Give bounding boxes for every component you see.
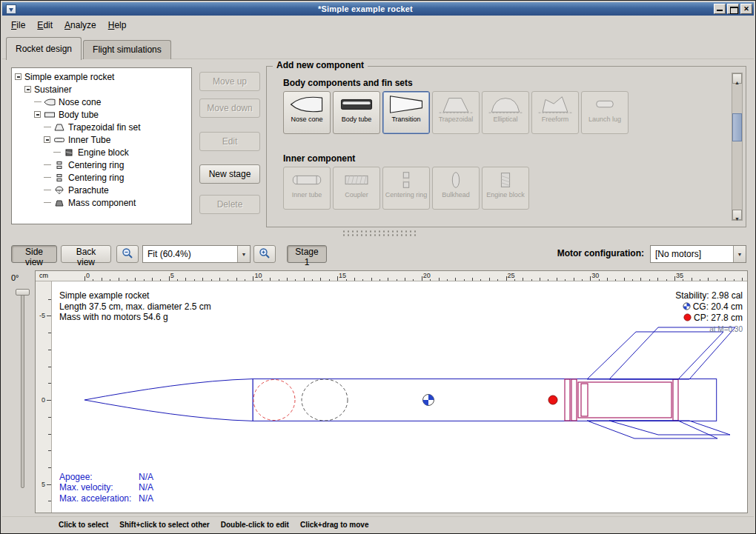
body-tube-outline[interactable] (253, 379, 717, 421)
add-elliptical-button[interactable]: Elliptical (482, 91, 529, 134)
menu-item-help[interactable]: Help (102, 18, 133, 33)
new-stage-button[interactable]: New stage (199, 164, 260, 184)
motor-config-combo[interactable]: [No motors] (650, 245, 746, 263)
tree-item-inner-tube[interactable]: Inner Tube (12, 133, 191, 146)
tree-item-label: Body tube (59, 110, 99, 120)
v-ruler: -505 (36, 281, 52, 513)
expander-minus-icon[interactable] (15, 73, 21, 80)
centering-ring-icon (53, 173, 65, 182)
expander-minus-icon[interactable] (34, 111, 41, 118)
menu-item-edit[interactable]: Edit (31, 18, 59, 33)
add-launch-lug-button[interactable]: Launch lug (581, 91, 629, 134)
menu-item-analyze[interactable]: Analyze (59, 18, 102, 33)
scrollbar-down-icon[interactable] (732, 210, 742, 220)
zoom-in-button[interactable] (253, 245, 276, 263)
tree-item-body-tube[interactable]: Body tube (12, 108, 191, 121)
splitter-handle[interactable] (342, 230, 416, 238)
zoom-combo[interactable]: Fit (60.4%) (142, 245, 251, 263)
scrollbar-up-icon[interactable] (732, 73, 742, 84)
tree-item-parachute[interactable]: Parachute (12, 184, 191, 196)
stability-info: Stability: 2.98 cal CG: 20.4 cm CP: 27.8… (675, 290, 743, 335)
rotation-slider-handle[interactable] (16, 289, 30, 296)
status-bar: Click to selectShift+click to select oth… (2, 516, 754, 532)
window-menu-icon[interactable] (6, 4, 16, 14)
expander-minus-icon[interactable] (44, 136, 50, 143)
chevron-down-icon[interactable] (237, 246, 250, 262)
add-component-scrollbar[interactable] (732, 73, 743, 221)
rocket-dimensions: Length 37.5 cm, max. diameter 2.5 cm (59, 301, 211, 313)
add-body-tube-button[interactable]: Body tube (333, 91, 380, 134)
rocket-mass: Mass with no motors 54.6 g (59, 312, 211, 323)
title-bar[interactable]: *Simple example rocket (2, 2, 754, 16)
tree-connector (44, 164, 51, 165)
add-component-title: Add new component (273, 60, 368, 70)
flight-stat-value: N/A (139, 493, 153, 504)
side-view-button[interactable]: Side view (11, 245, 57, 263)
rocket-name: Simple example rocket (59, 290, 211, 301)
back-view-button[interactable]: Back view (61, 245, 111, 263)
nose-cone-outline[interactable] (84, 379, 253, 421)
move-up-button[interactable]: Move up (199, 72, 260, 91)
add-bulkhead-button[interactable]: Bulkhead (432, 167, 480, 210)
tree-item-sustainer[interactable]: Sustainer (12, 83, 191, 96)
v-ruler-label: 0 (42, 396, 45, 404)
rocket-canvas[interactable]: Simple example rocket Length 37.5 cm, ma… (52, 281, 747, 513)
flight-stat-label: Max. velocity: (59, 482, 139, 493)
flight-stat-row: Max. acceleration:N/A (59, 493, 153, 504)
add-engine-block-button[interactable]: Engine block (482, 167, 529, 210)
tab-flight-simulations[interactable]: Flight simulations (83, 40, 171, 59)
tree-item-label: Simple example rocket (24, 72, 114, 82)
rotation-angle-label: 0° (11, 273, 19, 282)
nose-cone-icon (44, 98, 56, 107)
zoom-out-button[interactable] (116, 245, 139, 263)
add-centering-ring-button[interactable]: Centering ring (382, 167, 430, 210)
menu-item-file[interactable]: File (5, 18, 31, 33)
tab-rocket-design[interactable]: Rocket design (6, 37, 82, 60)
expander-minus-icon[interactable] (24, 86, 31, 93)
tab-row: Rocket designFlight simulations (6, 35, 173, 59)
edit-button[interactable]: Edit (199, 132, 260, 151)
add-trapezoidal-button[interactable]: Trapezoidal (432, 91, 480, 134)
minimize-button[interactable] (714, 4, 726, 14)
body-components-label: Body components and fin sets (283, 78, 413, 88)
stage-1-toggle[interactable]: Stage 1 (287, 245, 327, 263)
component-button-label: Bulkhead (442, 192, 470, 199)
tree-item-label: Centering ring (68, 173, 124, 183)
rotation-slider[interactable] (21, 291, 24, 488)
add-coupler-button[interactable]: Coupler (333, 167, 380, 210)
tree-item-trapezoidal-fin-set[interactable]: Trapezoidal fin set (12, 121, 191, 133)
h-ruler-label: 15 (339, 272, 346, 279)
delete-button[interactable]: Delete (199, 195, 260, 214)
add-component-panel: Add new component Body components and fi… (266, 66, 746, 227)
tree-item-centering-ring[interactable]: Centering ring (12, 158, 191, 171)
add-transition-button[interactable]: Transition (382, 91, 430, 134)
cg-value: CG: 20.4 cm (693, 301, 743, 312)
inner-component-row: Inner tubeCouplerCentering ringBulkheadE… (283, 167, 529, 210)
centering-ring-icon (53, 161, 65, 170)
flight-stat-value: N/A (139, 482, 153, 493)
component-button-label: Freeform (542, 116, 569, 124)
tree-item-mass-component[interactable]: Mass component (12, 196, 191, 209)
inner-tube-icon (288, 169, 326, 191)
tree-item-engine-block[interactable]: Engine block (12, 146, 191, 158)
tree-item-nose-cone[interactable]: Nose cone (12, 96, 191, 108)
flight-stat-row: Max. velocity:N/A (59, 482, 153, 493)
status-hint: Shift+click to select other (119, 521, 209, 529)
maximize-button[interactable] (727, 4, 739, 14)
scrollbar-thumb[interactable] (732, 113, 742, 141)
engine-block-icon (486, 169, 525, 191)
tree-connector (53, 152, 61, 153)
add-freeform-button[interactable]: Freeform (531, 91, 579, 134)
motor-config-value: [No motors] (651, 246, 733, 262)
close-button[interactable] (740, 4, 752, 14)
chevron-down-icon[interactable] (733, 246, 746, 262)
mass-icon (53, 198, 65, 207)
tree-connector (44, 177, 51, 178)
add-inner-tube-button[interactable]: Inner tube (283, 167, 331, 210)
tree-item-simple-example-rocket[interactable]: Simple example rocket (12, 70, 191, 83)
move-down-button[interactable]: Move down (199, 99, 260, 118)
add-nose-cone-button[interactable]: Nose cone (283, 91, 331, 134)
tree-item-centering-ring[interactable]: Centering ring (12, 171, 191, 184)
component-tree[interactable]: Simple example rocketSustainerNose coneB… (11, 67, 192, 224)
cg-marker (423, 395, 434, 406)
